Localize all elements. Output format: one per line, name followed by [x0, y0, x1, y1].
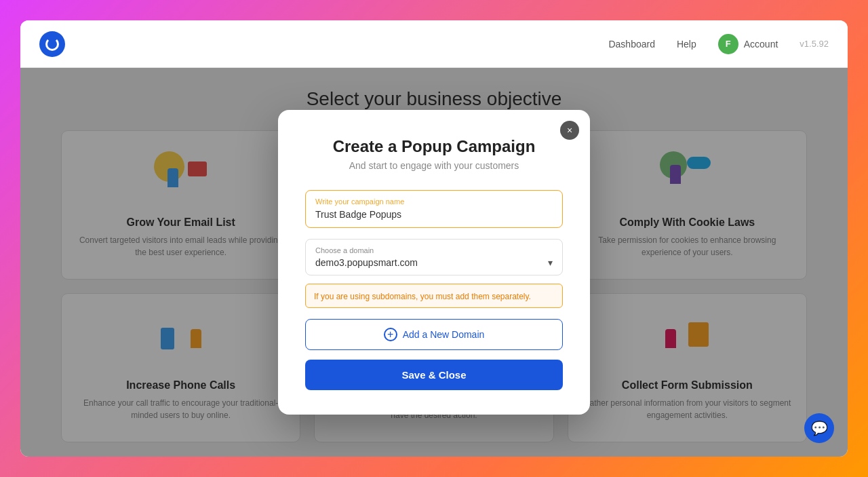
dropdown-arrow-icon: ▾	[548, 257, 553, 268]
warning-box: If you are using subdomains, you must ad…	[305, 284, 563, 308]
domain-group[interactable]: Choose a domain demo3.popupsmart.com ▾	[305, 239, 563, 275]
campaign-name-group: Write your campaign name	[305, 190, 563, 228]
modal-overlay: × Create a Popup Campaign And start to e…	[20, 68, 848, 457]
nav-help[interactable]: Help	[677, 39, 696, 50]
version-badge: v1.5.92	[800, 39, 829, 49]
account-button[interactable]: F Account	[718, 34, 778, 54]
app-logo[interactable]	[39, 31, 65, 57]
chat-icon: 💬	[811, 420, 828, 436]
plus-icon: +	[384, 328, 397, 341]
add-domain-label: Add a New Domain	[403, 329, 485, 340]
warning-text: If you are using subdomains, you must ad…	[314, 292, 531, 301]
campaign-name-label: Write your campaign name	[315, 197, 553, 206]
chat-bubble[interactable]: 💬	[804, 413, 834, 443]
nav-dashboard[interactable]: Dashboard	[608, 39, 655, 50]
create-campaign-modal: × Create a Popup Campaign And start to e…	[278, 110, 590, 415]
main-content: Select your business objective Grow Your…	[20, 68, 848, 457]
domain-label: Choose a domain	[315, 246, 553, 254]
logo-icon	[45, 37, 59, 51]
modal-title: Create a Popup Campaign	[305, 137, 563, 156]
domain-value: demo3.popupsmart.com	[315, 257, 418, 268]
modal-subtitle: And start to engage with your customers	[305, 160, 563, 171]
save-close-button[interactable]: Save & Close	[305, 360, 563, 390]
header: Dashboard Help F Account v1.5.92	[20, 20, 848, 68]
app-window: Dashboard Help F Account v1.5.92 Select …	[20, 20, 848, 457]
account-label: Account	[744, 39, 778, 50]
add-domain-button[interactable]: + Add a New Domain	[305, 319, 563, 350]
header-nav: Dashboard Help F Account v1.5.92	[608, 34, 829, 54]
modal-close-button[interactable]: ×	[560, 121, 579, 140]
domain-select-row: demo3.popupsmart.com ▾	[315, 257, 553, 268]
account-avatar: F	[718, 34, 738, 54]
campaign-name-input[interactable]	[315, 209, 553, 220]
